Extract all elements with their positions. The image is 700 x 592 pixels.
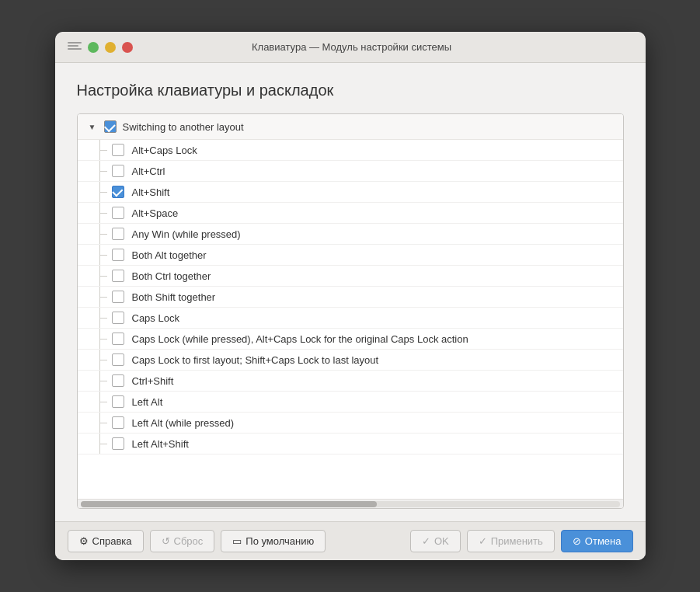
list-item[interactable]: Both Shift together (78, 287, 623, 308)
item-label: Both Ctrl together (132, 270, 211, 282)
cancel-button[interactable]: ⊘ Отмена (561, 530, 633, 552)
list-item[interactable]: Alt+Ctrl (78, 161, 623, 182)
connector-horizontal (99, 276, 107, 277)
list-item[interactable]: Both Alt together (78, 245, 623, 266)
connector-horizontal (99, 192, 107, 193)
apply-icon: ✓ (479, 535, 487, 547)
options-list-container: ▼ Switching to another layout Alt+Caps L… (77, 113, 624, 509)
cancel-icon: ⊘ (573, 535, 581, 547)
list-item[interactable]: Caps Lock (while pressed), Alt+Caps Lock… (78, 329, 623, 350)
connector-horizontal (99, 234, 107, 235)
scrollbar-thumb[interactable] (81, 501, 378, 507)
item-checkbox[interactable] (112, 312, 124, 324)
connector-horizontal (99, 360, 107, 360)
connector-horizontal (99, 318, 107, 319)
window-title: Клавиатура — Модуль настройки системы (133, 41, 571, 53)
item-label: Alt+Shift (132, 186, 170, 198)
item-label: Both Shift together (132, 291, 216, 303)
help-icon: ⚙ (79, 535, 89, 547)
connector-horizontal (99, 381, 107, 381)
page-title: Настройка клавиатуры и раскладок (77, 82, 624, 99)
item-label: Left Alt (while pressed) (132, 417, 235, 429)
item-label: Alt+Space (132, 207, 179, 219)
connector-horizontal (99, 339, 107, 340)
item-label: Alt+Ctrl (132, 165, 165, 177)
minimize-button[interactable] (105, 42, 116, 53)
connector-horizontal (99, 297, 107, 298)
connector-horizontal (99, 150, 107, 151)
group-header-switching[interactable]: ▼ Switching to another layout (78, 114, 623, 140)
main-window: Клавиатура — Модуль настройки системы На… (55, 32, 646, 560)
list-item[interactable]: Both Ctrl together (78, 266, 623, 287)
item-checkbox[interactable] (112, 144, 124, 156)
item-label: Left Alt (132, 396, 163, 408)
help-button[interactable]: ⚙ Справка (68, 530, 144, 552)
default-icon: ▭ (232, 535, 242, 547)
connector-horizontal (99, 171, 107, 172)
item-checkbox[interactable] (112, 353, 124, 366)
ok-icon: ✓ (422, 535, 430, 547)
item-checkbox[interactable] (112, 270, 124, 282)
connector-horizontal (99, 255, 107, 256)
group-checkbox[interactable] (104, 120, 117, 133)
titlebar: Клавиатура — Модуль настройки системы (55, 32, 646, 63)
list-item[interactable]: Left Alt (78, 392, 623, 413)
reset-icon: ↺ (162, 535, 170, 547)
connector-horizontal (99, 444, 107, 444)
apply-button[interactable]: ✓ Применить (467, 530, 555, 552)
item-label: Alt+Caps Lock (132, 145, 197, 156)
list-item[interactable]: Caps Lock (78, 308, 623, 329)
connector-horizontal (99, 423, 107, 423)
item-checkbox[interactable] (112, 291, 124, 303)
item-label: Any Win (while pressed) (132, 228, 241, 240)
list-item[interactable]: Caps Lock to first layout; Shift+Caps Lo… (78, 350, 623, 371)
options-list-scroll[interactable]: ▼ Switching to another layout Alt+Caps L… (78, 114, 623, 499)
list-item[interactable]: Left Alt (while pressed) (78, 413, 623, 434)
item-checkbox[interactable] (112, 228, 124, 240)
item-checkbox[interactable] (112, 207, 124, 219)
item-checkbox[interactable] (112, 374, 124, 387)
item-label: Left Alt+Shift (132, 438, 189, 450)
item-label: Caps Lock (while pressed), Alt+Caps Lock… (132, 333, 468, 345)
list-item[interactable]: Alt+Shift (78, 182, 623, 203)
scrollbar-track (81, 501, 620, 507)
app-icon (68, 42, 82, 53)
list-item[interactable]: Alt+Space (78, 203, 623, 224)
titlebar-left (68, 42, 133, 53)
list-item[interactable]: Left Alt+Shift (78, 434, 623, 454)
content-area: Настройка клавиатуры и раскладок ▼ Switc… (55, 63, 646, 521)
item-checkbox[interactable] (112, 165, 124, 177)
maximize-button[interactable] (88, 42, 99, 53)
item-label: Caps Lock (132, 312, 179, 324)
group-label: Switching to another layout (123, 121, 244, 133)
list-item[interactable]: Any Win (while pressed) (78, 224, 623, 245)
item-checkbox[interactable] (112, 437, 124, 450)
item-label: Both Alt together (132, 249, 207, 261)
item-checkbox[interactable] (112, 395, 124, 408)
list-item[interactable]: Alt+Caps Lock (78, 140, 623, 161)
items-container: Alt+Caps LockAlt+CtrlAlt+ShiftAlt+SpaceA… (78, 140, 623, 454)
bottom-bar: ⚙ Справка ↺ Сброс ▭ По умолчанию ✓ OK ✓ … (55, 521, 646, 560)
horizontal-scrollbar[interactable] (78, 499, 623, 508)
item-checkbox[interactable] (112, 333, 124, 345)
chevron-down-icon: ▼ (87, 121, 98, 132)
reset-button[interactable]: ↺ Сброс (150, 530, 215, 552)
connector-horizontal (99, 213, 107, 214)
item-label: Caps Lock to first layout; Shift+Caps Lo… (132, 354, 379, 366)
item-checkbox[interactable] (112, 249, 124, 261)
item-label: Ctrl+Shift (132, 375, 174, 387)
ok-button[interactable]: ✓ OK (410, 530, 461, 552)
connector-horizontal (99, 402, 107, 402)
default-button[interactable]: ▭ По умолчанию (221, 530, 326, 552)
close-button[interactable] (122, 42, 133, 53)
list-item[interactable]: Ctrl+Shift (78, 371, 623, 392)
traffic-lights (88, 42, 133, 53)
item-checkbox[interactable] (112, 416, 124, 429)
item-checkbox[interactable] (112, 186, 124, 198)
